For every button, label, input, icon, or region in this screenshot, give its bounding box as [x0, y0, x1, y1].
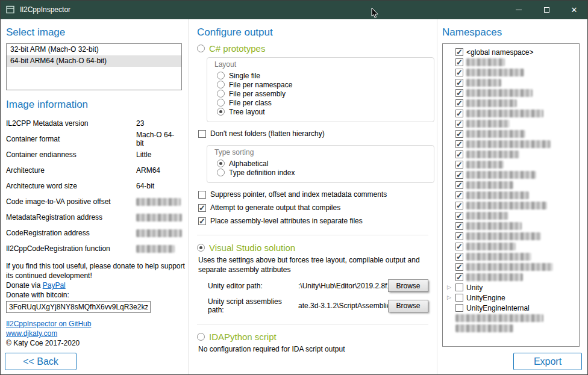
unity-editor-path-value: :\Unity\Hub\Editor\2019.2.8f1	[298, 282, 388, 290]
namespace-checkbox[interactable]	[455, 181, 463, 189]
namespace-checkbox[interactable]	[455, 48, 463, 56]
back-button[interactable]: << Back	[5, 353, 77, 370]
namespace-item[interactable]	[446, 221, 577, 231]
namespace-item[interactable]	[446, 129, 577, 139]
idapython-radio[interactable]	[197, 333, 205, 341]
csharp-prototypes-option[interactable]: C# prototypes	[197, 43, 428, 54]
namespace-item[interactable]	[446, 78, 577, 88]
namespace-checkbox[interactable]	[455, 110, 463, 117]
namespace-list[interactable]: <global namespace>▷Unity▷UnityEngineUnit…	[442, 43, 580, 347]
close-button[interactable]: ✕	[560, 0, 588, 19]
namespace-checkbox[interactable]	[455, 294, 463, 302]
suppress-option[interactable]: Suppress pointer, offset and index metad…	[198, 190, 428, 199]
namespace-item[interactable]: UnityEngineInternal	[446, 303, 577, 313]
namespace-item[interactable]	[446, 272, 577, 282]
namespace-checkbox[interactable]	[455, 304, 463, 312]
namespace-item[interactable]	[446, 139, 577, 149]
namespace-checkbox[interactable]	[455, 191, 463, 199]
github-link[interactable]: Il2CppInspector on GitHub	[6, 320, 91, 328]
type-sorting-radio[interactable]	[217, 169, 225, 176]
namespace-item[interactable]	[446, 262, 577, 272]
layout-option[interactable]: File per class	[217, 98, 429, 107]
namespace-checkbox[interactable]	[455, 202, 463, 209]
namespace-checkbox[interactable]	[455, 79, 463, 87]
layout-radio[interactable]	[217, 72, 225, 79]
namespace-checkbox[interactable]	[455, 212, 463, 220]
namespace-item[interactable]	[446, 313, 577, 323]
attributes-option[interactable]: Place assembly-level attributes in separ…	[198, 217, 428, 225]
namespace-item[interactable]	[446, 231, 577, 241]
expander-icon[interactable]: ▷	[446, 282, 452, 293]
namespace-item[interactable]	[446, 180, 577, 190]
namespace-item[interactable]: <global namespace>	[446, 47, 577, 57]
namespace-item[interactable]	[446, 252, 577, 262]
export-button[interactable]: Export	[513, 353, 582, 370]
unity-assemblies-browse-button[interactable]: Browse	[388, 300, 428, 312]
type-sorting-option[interactable]: Alphabetical	[217, 159, 429, 168]
namespace-checkbox[interactable]	[455, 99, 463, 107]
namespace-item[interactable]	[446, 108, 577, 119]
namespace-checkbox[interactable]	[455, 58, 463, 66]
suppress-checkbox[interactable]	[198, 191, 206, 199]
namespace-item[interactable]	[446, 149, 577, 160]
namespace-item[interactable]	[446, 211, 577, 221]
namespace-checkbox[interactable]	[455, 284, 463, 291]
namespace-item[interactable]	[446, 98, 577, 108]
namespace-checkbox[interactable]	[455, 253, 463, 261]
namespace-item[interactable]	[446, 57, 577, 67]
namespace-checkbox[interactable]	[455, 150, 463, 158]
namespace-checkbox[interactable]	[455, 243, 463, 250]
namespace-item[interactable]: ▷UnityEngine	[446, 293, 577, 303]
namespace-item[interactable]: ▷Unity	[446, 282, 577, 293]
flatten-option[interactable]: Don't nest folders (flatten hierarchy)	[198, 129, 428, 138]
expander-icon[interactable]: ▷	[446, 293, 452, 303]
image-list-item[interactable]: 32-bit ARM (Mach-O 32-bit)	[7, 44, 181, 55]
attributes-checkbox[interactable]	[198, 217, 206, 225]
namespace-checkbox[interactable]	[455, 120, 463, 128]
layout-radio[interactable]	[217, 108, 225, 116]
namespace-checkbox[interactable]	[455, 171, 463, 179]
compiles-checkbox[interactable]	[198, 204, 206, 212]
namespace-checkbox[interactable]	[455, 89, 463, 97]
namespace-item[interactable]	[446, 119, 577, 129]
visual-studio-option[interactable]: Visual Studio solution	[197, 243, 428, 253]
csharp-prototypes-radio[interactable]	[197, 45, 205, 52]
namespace-checkbox[interactable]	[455, 140, 463, 148]
namespace-checkbox[interactable]	[455, 273, 463, 281]
namespace-checkbox[interactable]	[455, 130, 463, 138]
namespace-item[interactable]	[446, 160, 577, 170]
layout-radio[interactable]	[217, 90, 225, 98]
namespace-checkbox[interactable]	[455, 69, 463, 76]
maximize-button[interactable]	[533, 0, 560, 19]
namespace-item[interactable]	[446, 67, 577, 78]
layout-option[interactable]: Tree layout	[217, 107, 429, 116]
namespace-item[interactable]	[446, 190, 577, 200]
type-sorting-radio[interactable]	[217, 160, 225, 167]
paypal-link[interactable]: PayPal	[43, 281, 66, 290]
namespace-item[interactable]	[446, 200, 577, 211]
layout-option[interactable]: Single file	[217, 71, 429, 80]
image-listbox[interactable]: 32-bit ARM (Mach-O 32-bit)64-bit ARM64 (…	[6, 43, 182, 90]
layout-option[interactable]: File per assembly	[217, 89, 429, 98]
namespace-checkbox[interactable]	[455, 222, 463, 230]
namespace-checkbox[interactable]	[455, 263, 463, 271]
layout-radio[interactable]	[217, 81, 225, 88]
layout-radio[interactable]	[217, 99, 225, 107]
bitcoin-address-input[interactable]	[6, 301, 151, 313]
type-sorting-option[interactable]: Type definition index	[217, 168, 429, 177]
namespace-checkbox[interactable]	[455, 232, 463, 240]
flatten-checkbox[interactable]	[198, 130, 206, 138]
namespace-item[interactable]	[446, 323, 577, 333]
website-link[interactable]: www.djkaty.com	[6, 329, 57, 338]
layout-option[interactable]: File per namespace	[217, 80, 429, 89]
visual-studio-radio[interactable]	[197, 244, 205, 252]
namespace-item[interactable]	[446, 241, 577, 252]
idapython-option[interactable]: IDAPython script	[197, 332, 428, 342]
minimize-button[interactable]	[505, 0, 533, 19]
compiles-option[interactable]: Attempt to generate output that compiles	[198, 203, 428, 212]
unity-editor-browse-button[interactable]: Browse	[388, 279, 428, 292]
namespace-item[interactable]	[446, 170, 577, 180]
namespace-checkbox[interactable]	[455, 161, 463, 169]
image-list-item[interactable]: 64-bit ARM64 (Mach-O 64-bit)	[7, 55, 181, 67]
namespace-item[interactable]	[446, 88, 577, 98]
